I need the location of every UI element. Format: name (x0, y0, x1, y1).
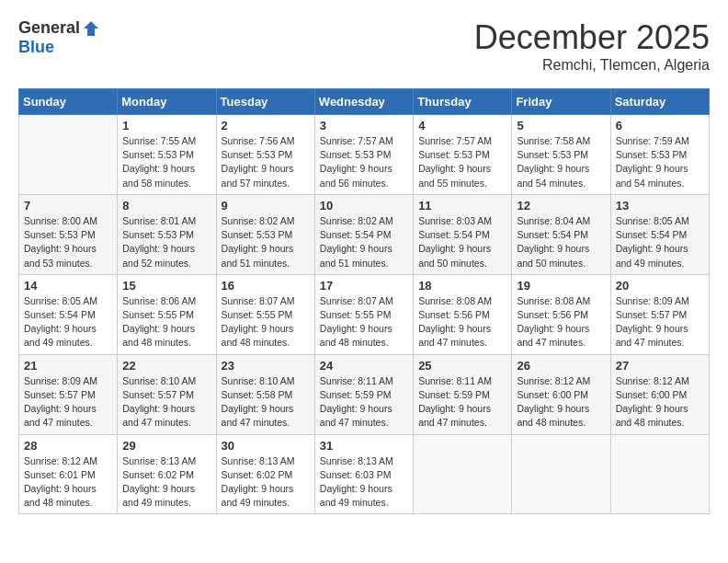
day-info: Sunrise: 8:05 AM Sunset: 5:54 PM Dayligh… (24, 294, 112, 350)
day-info: Sunrise: 7:56 AM Sunset: 5:53 PM Dayligh… (222, 134, 310, 190)
calendar-cell: 16Sunrise: 8:07 AM Sunset: 5:55 PM Dayli… (216, 274, 314, 354)
day-number: 24 (320, 359, 408, 373)
calendar-cell: 7Sunrise: 8:00 AM Sunset: 5:53 PM Daylig… (19, 194, 118, 274)
day-info: Sunrise: 8:00 AM Sunset: 5:53 PM Dayligh… (24, 214, 112, 270)
day-number: 20 (616, 279, 704, 293)
day-info: Sunrise: 8:05 AM Sunset: 5:54 PM Dayligh… (616, 214, 704, 270)
week-row-5: 28Sunrise: 8:12 AM Sunset: 6:01 PM Dayli… (19, 434, 710, 514)
svg-marker-0 (84, 21, 98, 36)
day-info: Sunrise: 8:06 AM Sunset: 5:55 PM Dayligh… (122, 294, 210, 350)
day-info: Sunrise: 8:01 AM Sunset: 5:53 PM Dayligh… (122, 214, 210, 270)
day-info: Sunrise: 8:08 AM Sunset: 5:56 PM Dayligh… (517, 294, 605, 350)
weekday-header-tuesday: Tuesday (216, 89, 314, 115)
day-info: Sunrise: 8:02 AM Sunset: 5:54 PM Dayligh… (320, 214, 408, 270)
day-number: 11 (418, 199, 506, 213)
calendar-table: SundayMondayTuesdayWednesdayThursdayFrid… (18, 88, 710, 514)
day-number: 6 (616, 119, 704, 132)
day-number: 28 (24, 439, 112, 453)
day-info: Sunrise: 8:04 AM Sunset: 5:54 PM Dayligh… (517, 214, 605, 270)
week-row-4: 21Sunrise: 8:09 AM Sunset: 5:57 PM Dayli… (19, 354, 710, 434)
calendar-cell: 12Sunrise: 8:04 AM Sunset: 5:54 PM Dayli… (512, 194, 610, 274)
logo: General Blue (18, 18, 100, 57)
day-number: 27 (616, 359, 704, 373)
day-info: Sunrise: 7:57 AM Sunset: 5:53 PM Dayligh… (320, 134, 408, 190)
day-number: 25 (418, 359, 506, 373)
day-number: 7 (24, 199, 112, 213)
day-info: Sunrise: 8:11 AM Sunset: 5:59 PM Dayligh… (418, 374, 506, 431)
calendar-cell: 5Sunrise: 7:58 AM Sunset: 5:53 PM Daylig… (512, 115, 610, 195)
calendar-cell (414, 434, 512, 514)
location-text: Remchi, Tlemcen, Algeria (474, 57, 710, 74)
day-number: 10 (320, 199, 408, 213)
page-header: General Blue December 2025 Remchi, Tlemc… (18, 18, 710, 74)
day-number: 4 (418, 119, 506, 132)
day-info: Sunrise: 8:07 AM Sunset: 5:55 PM Dayligh… (222, 294, 310, 350)
day-number: 2 (222, 119, 310, 132)
day-number: 17 (320, 279, 408, 293)
calendar-cell: 1Sunrise: 7:55 AM Sunset: 5:53 PM Daylig… (118, 115, 216, 195)
calendar-cell: 13Sunrise: 8:05 AM Sunset: 5:54 PM Dayli… (610, 194, 709, 274)
day-info: Sunrise: 8:11 AM Sunset: 5:59 PM Dayligh… (320, 374, 408, 431)
day-number: 9 (222, 199, 310, 213)
day-info: Sunrise: 8:12 AM Sunset: 6:00 PM Dayligh… (616, 374, 704, 431)
calendar-cell: 17Sunrise: 8:07 AM Sunset: 5:55 PM Dayli… (314, 274, 413, 354)
calendar-cell: 3Sunrise: 7:57 AM Sunset: 5:53 PM Daylig… (314, 115, 413, 195)
logo-blue-text: Blue (18, 38, 54, 57)
calendar-cell: 9Sunrise: 8:02 AM Sunset: 5:53 PM Daylig… (216, 194, 314, 274)
calendar-cell: 22Sunrise: 8:10 AM Sunset: 5:57 PM Dayli… (118, 354, 216, 434)
calendar-cell: 29Sunrise: 8:13 AM Sunset: 6:02 PM Dayli… (118, 434, 216, 514)
day-info: Sunrise: 8:12 AM Sunset: 6:01 PM Dayligh… (24, 454, 112, 511)
day-number: 22 (122, 359, 210, 373)
calendar-cell: 14Sunrise: 8:05 AM Sunset: 5:54 PM Dayli… (19, 274, 118, 354)
day-info: Sunrise: 8:08 AM Sunset: 5:56 PM Dayligh… (418, 294, 506, 350)
calendar-cell: 20Sunrise: 8:09 AM Sunset: 5:57 PM Dayli… (610, 274, 709, 354)
calendar-cell: 2Sunrise: 7:56 AM Sunset: 5:53 PM Daylig… (216, 115, 314, 195)
day-info: Sunrise: 8:10 AM Sunset: 5:57 PM Dayligh… (122, 374, 210, 431)
calendar-cell: 28Sunrise: 8:12 AM Sunset: 6:01 PM Dayli… (19, 434, 118, 514)
calendar-cell: 18Sunrise: 8:08 AM Sunset: 5:56 PM Dayli… (414, 274, 512, 354)
weekday-header-monday: Monday (118, 89, 216, 115)
calendar-cell: 10Sunrise: 8:02 AM Sunset: 5:54 PM Dayli… (314, 194, 413, 274)
day-info: Sunrise: 8:12 AM Sunset: 6:00 PM Dayligh… (517, 374, 605, 431)
day-info: Sunrise: 8:13 AM Sunset: 6:02 PM Dayligh… (122, 454, 210, 511)
day-number: 14 (24, 279, 112, 293)
day-info: Sunrise: 8:09 AM Sunset: 5:57 PM Dayligh… (24, 374, 112, 431)
weekday-header-row: SundayMondayTuesdayWednesdayThursdayFrid… (19, 89, 710, 115)
day-info: Sunrise: 8:07 AM Sunset: 5:55 PM Dayligh… (320, 294, 408, 350)
day-number: 30 (222, 439, 310, 453)
calendar-cell: 8Sunrise: 8:01 AM Sunset: 5:53 PM Daylig… (118, 194, 216, 274)
calendar-cell: 24Sunrise: 8:11 AM Sunset: 5:59 PM Dayli… (314, 354, 413, 434)
calendar-cell (512, 434, 610, 514)
week-row-2: 7Sunrise: 8:00 AM Sunset: 5:53 PM Daylig… (19, 194, 710, 274)
weekday-header-friday: Friday (512, 89, 610, 115)
weekday-header-thursday: Thursday (414, 89, 512, 115)
month-title: December 2025 (474, 18, 710, 57)
calendar-cell: 19Sunrise: 8:08 AM Sunset: 5:56 PM Dayli… (512, 274, 610, 354)
day-number: 13 (616, 199, 704, 213)
calendar-cell: 30Sunrise: 8:13 AM Sunset: 6:02 PM Dayli… (216, 434, 314, 514)
day-info: Sunrise: 7:58 AM Sunset: 5:53 PM Dayligh… (517, 134, 605, 190)
week-row-1: 1Sunrise: 7:55 AM Sunset: 5:53 PM Daylig… (19, 115, 710, 195)
day-info: Sunrise: 8:10 AM Sunset: 5:58 PM Dayligh… (222, 374, 310, 431)
calendar-cell: 4Sunrise: 7:57 AM Sunset: 5:53 PM Daylig… (414, 115, 512, 195)
day-info: Sunrise: 7:57 AM Sunset: 5:53 PM Dayligh… (418, 134, 506, 190)
day-info: Sunrise: 8:13 AM Sunset: 6:02 PM Dayligh… (222, 454, 310, 511)
day-number: 18 (418, 279, 506, 293)
weekday-header-sunday: Sunday (19, 89, 118, 115)
day-number: 15 (122, 279, 210, 293)
day-number: 21 (24, 359, 112, 373)
calendar-cell: 25Sunrise: 8:11 AM Sunset: 5:59 PM Dayli… (414, 354, 512, 434)
weekday-header-saturday: Saturday (610, 89, 709, 115)
calendar-cell: 23Sunrise: 8:10 AM Sunset: 5:58 PM Dayli… (216, 354, 314, 434)
title-block: December 2025 Remchi, Tlemcen, Algeria (474, 18, 710, 74)
calendar-cell: 31Sunrise: 8:13 AM Sunset: 6:03 PM Dayli… (314, 434, 413, 514)
day-number: 5 (517, 119, 605, 132)
calendar-cell: 27Sunrise: 8:12 AM Sunset: 6:00 PM Dayli… (610, 354, 709, 434)
day-number: 1 (122, 119, 210, 132)
calendar-cell (19, 115, 118, 195)
day-number: 3 (320, 119, 408, 132)
logo-icon (82, 19, 100, 38)
calendar-cell: 15Sunrise: 8:06 AM Sunset: 5:55 PM Dayli… (118, 274, 216, 354)
calendar-cell: 21Sunrise: 8:09 AM Sunset: 5:57 PM Dayli… (19, 354, 118, 434)
day-number: 26 (517, 359, 605, 373)
